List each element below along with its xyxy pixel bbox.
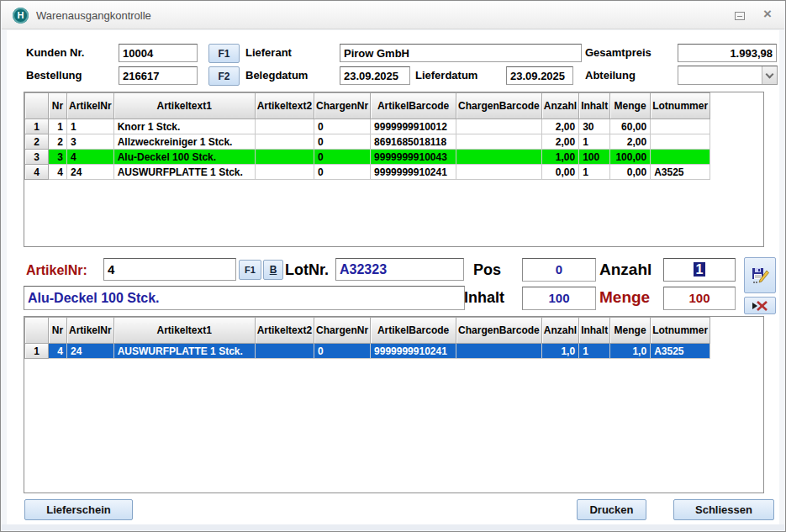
col-menge[interactable]: Menge [610, 318, 651, 344]
col-chargennr[interactable]: ChargenNr [314, 93, 371, 119]
lieferschein-button[interactable]: Lieferschein [24, 499, 133, 520]
col-nr[interactable]: Nr [49, 93, 67, 119]
lieferdatum-input[interactable] [506, 66, 573, 85]
warenausgangkontrolle-window: H Warenausgangkontrolle × Kunden Nr. F1 … [0, 0, 786, 532]
top-grid-panel: Nr ArtikelNr Artikeltext1 Artikeltext2 C… [24, 92, 764, 247]
cell-anzahl: 0,00 [541, 165, 578, 180]
cell-artikelnr: 3 [67, 134, 114, 150]
table-row-selected[interactable]: 1 4 24 AUSWURFPLATTE 1 Stck. 0 999999991… [25, 344, 710, 359]
belegdatum-input[interactable] [340, 66, 410, 85]
lieferant-input[interactable] [340, 44, 582, 62]
cell-artikelnr: 24 [67, 165, 114, 180]
col-artikelbarcode[interactable]: ArtikelBarcode [371, 93, 456, 119]
col-nr[interactable]: Nr [49, 318, 67, 344]
col-chargenbarcode[interactable]: ChargenBarcode [456, 93, 542, 119]
bestellung-input[interactable] [119, 66, 198, 85]
cell-artikeltext2 [255, 150, 314, 165]
cell-chargennr: 0 [314, 344, 371, 359]
cell-chargennr: 0 [314, 134, 371, 150]
cell-artikelbarcode: 9999999910043 [371, 150, 456, 165]
cell-artikeltext1: Alu-Deckel 100 Stck. [113, 150, 255, 165]
cell-nr: 4 [49, 344, 67, 359]
lotnr-input[interactable] [335, 258, 464, 281]
selected-text: 1 [694, 262, 706, 277]
cell-lotnummer: A3525 [651, 344, 710, 359]
col-artikelbarcode[interactable]: ArtikelBarcode [371, 318, 456, 344]
cell-anzahl: 1,0 [541, 344, 578, 359]
artikelnr-label: ArtikelNr: [26, 263, 87, 278]
abteilung-label: Abteilung [585, 69, 636, 82]
f2-button[interactable]: F2 [208, 66, 240, 86]
col-artikeltext1[interactable]: Artikeltext1 [113, 318, 255, 344]
col-anzahl[interactable]: Anzahl [541, 318, 578, 344]
col-artikelnr[interactable]: ArtikelNr [67, 318, 114, 344]
bottom-grid: Nr ArtikelNr Artikeltext1 Artikeltext2 C… [24, 317, 710, 359]
cell-artikelbarcode: 9999999910012 [371, 119, 456, 134]
save-button[interactable] [744, 257, 776, 293]
col-artikelnr[interactable]: ArtikelNr [67, 93, 114, 119]
cell-nr: 1 [49, 119, 67, 134]
save-disk-pencil-icon [750, 265, 770, 287]
inhalt-field: 100 [522, 287, 596, 310]
abteilung-dropdown[interactable] [678, 66, 778, 85]
cell-artikeltext2 [255, 344, 314, 359]
cell-inhalt: 1 [579, 165, 610, 180]
col-inhalt[interactable]: Inhalt [579, 318, 610, 344]
cell-nr: 4 [49, 165, 67, 180]
cell-chargenbarcode [456, 150, 542, 165]
delete-x-arrow-icon [751, 300, 769, 312]
cell-anzahl: 2,00 [541, 119, 578, 134]
anzahl-input[interactable]: 1 [663, 258, 736, 282]
detail-f1-button[interactable]: F1 [239, 260, 261, 280]
cell-chargennr: 0 [314, 150, 371, 165]
gesamtpreis-label: Gesamtpreis [585, 46, 651, 59]
table-row[interactable]: 2 2 3 Allzweckreiniger 1 Stck. 0 8691685… [25, 134, 710, 150]
inhalt-label: Inhalt [464, 289, 504, 307]
titlebar[interactable]: H Warenausgangkontrolle × [2, 2, 784, 29]
lieferant-label: Lieferant [245, 46, 292, 59]
col-artikeltext2[interactable]: Artikeltext2 [255, 318, 314, 344]
col-menge[interactable]: Menge [610, 93, 651, 119]
table-row[interactable]: 1 1 1 Knorr 1 Stck. 0 9999999910012 2,00… [25, 119, 710, 134]
detail-b-button[interactable]: B [263, 260, 283, 280]
cell-artikeltext1: Allzweckreiniger 1 Stck. [113, 134, 255, 150]
col-lotnummer[interactable]: Lotnummer [651, 93, 710, 119]
col-anzahl[interactable]: Anzahl [541, 93, 578, 119]
cell-chargenbarcode [456, 134, 542, 150]
f1-button[interactable]: F1 [208, 44, 240, 63]
artikeltext-field: Alu-Deckel 100 Stck. [24, 286, 465, 310]
cell-lotnummer [651, 119, 710, 134]
cell-chargenbarcode [456, 119, 542, 134]
cell-chargennr: 0 [314, 165, 371, 180]
cell-nr: 3 [49, 150, 67, 165]
top-grid-header-row: Nr ArtikelNr Artikeltext1 Artikeltext2 C… [25, 93, 710, 119]
cell-inhalt: 1 [579, 134, 610, 150]
bottom-grid-header-row: Nr ArtikelNr Artikeltext1 Artikeltext2 C… [25, 318, 710, 344]
col-artikeltext2[interactable]: Artikeltext2 [255, 93, 314, 119]
cell-artikelnr: 4 [67, 150, 114, 165]
pos-label: Pos [473, 261, 501, 279]
row-header: 1 [25, 119, 49, 134]
delete-entry-button[interactable] [744, 297, 776, 314]
pos-field: 0 [522, 258, 596, 282]
col-artikeltext1[interactable]: Artikeltext1 [113, 93, 255, 119]
col-lotnummer[interactable]: Lotnummer [651, 318, 710, 344]
col-inhalt[interactable]: Inhalt [579, 93, 610, 119]
schliessen-button[interactable]: Schliessen [673, 499, 774, 520]
dropdown-button[interactable] [762, 66, 777, 84]
minimize-icon[interactable] [735, 12, 745, 20]
lotnr-label: LotNr. [285, 261, 329, 279]
cell-chargenbarcode [456, 165, 542, 180]
cell-artikeltext2 [255, 134, 314, 150]
table-row-highlighted[interactable]: 3 3 4 Alu-Deckel 100 Stck. 0 99999999100… [25, 150, 710, 165]
artikelnr-input[interactable] [103, 258, 236, 281]
app-icon: H [13, 8, 29, 24]
col-chargenbarcode[interactable]: ChargenBarcode [456, 318, 542, 344]
close-icon[interactable]: × [761, 5, 774, 24]
kunden-nr-input[interactable] [119, 44, 198, 62]
table-row[interactable]: 4 4 24 AUSWURFPLATTE 1 Stck. 0 999999991… [25, 165, 710, 180]
drucken-button[interactable]: Drucken [577, 499, 646, 520]
col-chargennr[interactable]: ChargenNr [314, 318, 371, 344]
cell-anzahl: 1,00 [541, 150, 578, 165]
cell-artikeltext2 [255, 165, 314, 180]
